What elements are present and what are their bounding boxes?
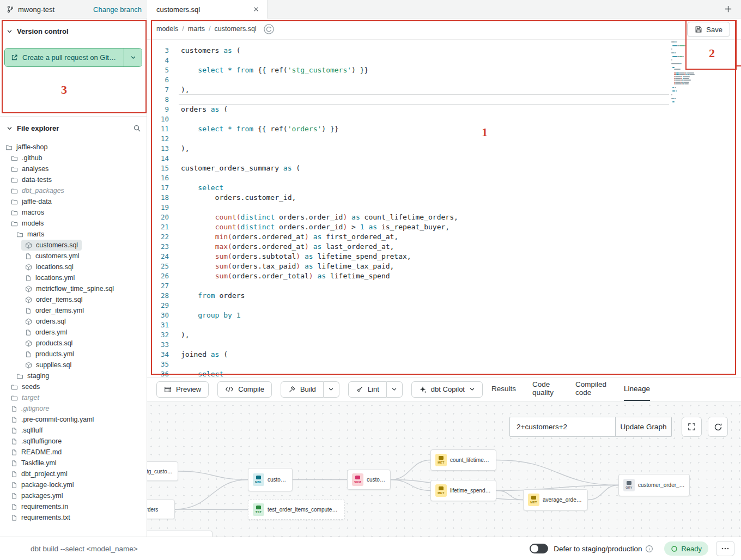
code-line[interactable] <box>181 360 458 369</box>
breadcrumb-marts[interactable]: marts <box>188 25 205 33</box>
tree-item-.gitignore[interactable]: .gitignore <box>0 403 147 414</box>
breadcrumb-models[interactable]: models <box>156 25 178 33</box>
code-line[interactable]: joined as ( <box>181 350 458 360</box>
tab-results[interactable]: Results <box>491 378 516 401</box>
breadcrumb-customers-sql[interactable]: customers.sql <box>215 25 257 33</box>
tree-item-dbt_packages[interactable]: dbt_packages <box>0 185 147 196</box>
dbt-copilot-button[interactable]: dbt Copilot <box>411 381 483 398</box>
code-line[interactable]: count(distinct orders.order_id) as count… <box>181 212 458 222</box>
refresh-circle-icon[interactable] <box>263 23 275 35</box>
lineage-node-customers_semantic[interactable]: SEMcustomers <box>347 470 391 490</box>
search-icon[interactable] <box>133 124 141 132</box>
preview-button[interactable]: Preview <box>156 381 209 398</box>
tab-customers-sql[interactable]: customers.sql <box>147 0 268 19</box>
change-branch-link[interactable]: Change branch <box>93 5 142 14</box>
code-line[interactable]: orders as ( <box>181 105 458 114</box>
code-line[interactable]: customers as ( <box>181 46 458 56</box>
tree-item-data-tests[interactable]: data-tests <box>0 174 147 185</box>
lint-dropdown[interactable] <box>387 381 403 398</box>
refresh-graph-button[interactable] <box>708 417 728 437</box>
tree-item-jaffle-shop[interactable]: jaffle-shop <box>0 142 147 153</box>
tree-item-.pre-commit-config.yaml[interactable]: .pre-commit-config.yaml <box>0 414 147 425</box>
code-line[interactable]: sum(orders.subtotal) as lifetime_spend_p… <box>181 252 458 261</box>
tree-item-.sqlfluffignore[interactable]: .sqlfluffignore <box>0 436 147 447</box>
code-line[interactable]: max(orders.ordered_at) as last_ordered_a… <box>181 242 458 252</box>
lineage-node-partial_node[interactable] <box>147 531 212 537</box>
code-line[interactable]: select <box>181 183 458 193</box>
code-line[interactable]: ), <box>181 85 458 95</box>
code-editor[interactable]: 3456789101112131415161718192021222324252… <box>147 40 741 377</box>
code-line[interactable]: count(distinct orders.order_id) > 1 as i… <box>181 222 458 232</box>
lineage-node-orders[interactable]: MDLorders <box>147 500 175 519</box>
tree-item-customers.yml[interactable]: customers.yml <box>0 251 147 261</box>
code-line[interactable] <box>181 154 458 163</box>
more-options-button[interactable] <box>716 541 734 556</box>
tree-item-locations.yml[interactable]: locations.yml <box>0 272 147 283</box>
tree-item-analyses[interactable]: analyses <box>0 163 147 174</box>
fullscreen-button[interactable] <box>682 417 702 437</box>
tree-item-order_items.sql[interactable]: order_items.sql <box>0 294 147 305</box>
build-dropdown[interactable] <box>324 381 339 398</box>
code-line[interactable]: sum(orders.order_total) as lifetime_spen… <box>181 271 458 281</box>
create-pr-dropdown[interactable] <box>124 48 142 66</box>
tab-lineage[interactable]: Lineage <box>624 378 650 401</box>
build-button[interactable]: Build <box>281 381 324 398</box>
code-line[interactable] <box>181 56 458 65</box>
tree-item-macros[interactable]: macros <box>0 207 147 218</box>
tree-item-.github[interactable]: .github <box>0 153 147 163</box>
lineage-node-customers_model[interactable]: MDLcustomers <box>248 468 293 491</box>
tree-item-target[interactable]: target <box>0 392 147 403</box>
compile-button[interactable]: Compile <box>217 381 272 398</box>
code-line[interactable] <box>181 134 458 144</box>
save-button[interactable]: Save <box>687 22 730 37</box>
code-line[interactable] <box>181 301 458 311</box>
lineage-node-count_lifetime_orders[interactable]: METcount_lifetime_orders <box>430 449 496 471</box>
tree-item-customers.sql[interactable]: customers.sql <box>0 240 147 251</box>
info-icon[interactable] <box>645 545 653 553</box>
code-line[interactable]: sum(orders.tax_paid) as lifetime_tax_pai… <box>181 261 458 271</box>
version-control-header[interactable]: Version control <box>7 27 69 35</box>
lineage-node-test_order_items[interactable]: TSTtest_order_items_compute_to_bools… <box>248 500 345 520</box>
code-line[interactable]: select <box>181 369 458 377</box>
tree-item-orders.yml[interactable]: orders.yml <box>0 327 147 338</box>
tree-item-requirements.in[interactable]: requirements.in <box>0 501 147 512</box>
code-line[interactable] <box>181 281 458 291</box>
tree-item-models[interactable]: models <box>0 218 147 229</box>
code-line[interactable]: select * from {{ ref('stg_customers') }} <box>181 65 458 75</box>
tab-code-quality[interactable]: Code quality <box>532 378 559 401</box>
tree-item-order_items.yml[interactable]: order_items.yml <box>0 305 147 316</box>
tab-compiled-code[interactable]: Compiled code <box>575 378 608 401</box>
code-line[interactable]: ), <box>181 144 458 154</box>
code-line[interactable]: customer_orders_summary as ( <box>181 163 458 173</box>
tree-item-staging[interactable]: staging <box>0 370 147 381</box>
lineage-node-lifetime_spend_pretax[interactable]: METlifetime_spend_pretax <box>430 480 496 501</box>
tree-item-packages.yml[interactable]: packages.yml <box>0 490 147 501</box>
code-line[interactable]: select * from {{ ref('orders') }} <box>181 124 458 134</box>
lint-button[interactable]: Lint <box>348 381 387 398</box>
tree-item-dbt_project.yml[interactable]: dbt_project.yml <box>0 468 147 479</box>
code-line[interactable]: min(orders.ordered_at) as first_ordered_… <box>181 232 458 242</box>
tree-item-.sqlfluff[interactable]: .sqlfluff <box>0 425 147 436</box>
code-line[interactable]: group by 1 <box>181 311 458 320</box>
tree-item-jaffle-data[interactable]: jaffle-data <box>0 196 147 207</box>
tree-item-requirements.txt[interactable]: requirements.txt <box>0 512 147 523</box>
code-line[interactable]: from orders <box>181 291 458 301</box>
code-line[interactable] <box>181 173 458 183</box>
tree-item-seeds[interactable]: seeds <box>0 381 147 392</box>
tree-item-Taskfile.yml[interactable]: Taskfile.yml <box>0 458 147 468</box>
code-line[interactable] <box>181 340 458 350</box>
lineage-node-average_order_value[interactable]: METaverage_order_value <box>523 489 588 510</box>
tree-item-README.md[interactable]: README.md <box>0 447 147 458</box>
code-line[interactable]: orders.customer_id, <box>181 193 458 203</box>
lineage-node-stg_customers[interactable]: MDLstg_customers <box>147 461 178 481</box>
tree-item-products.yml[interactable]: products.yml <box>0 349 147 360</box>
code-line[interactable] <box>181 320 458 330</box>
tree-item-orders.sql[interactable]: orders.sql <box>0 316 147 327</box>
minimap[interactable] <box>671 41 718 104</box>
update-graph-button[interactable]: Update Graph <box>616 417 672 437</box>
code-line[interactable] <box>181 95 458 105</box>
close-tab-icon[interactable] <box>253 6 259 13</box>
tree-item-products.sql[interactable]: products.sql <box>0 338 147 349</box>
code-line[interactable] <box>181 114 458 124</box>
file-explorer-toggle[interactable]: File explorer <box>7 124 59 132</box>
